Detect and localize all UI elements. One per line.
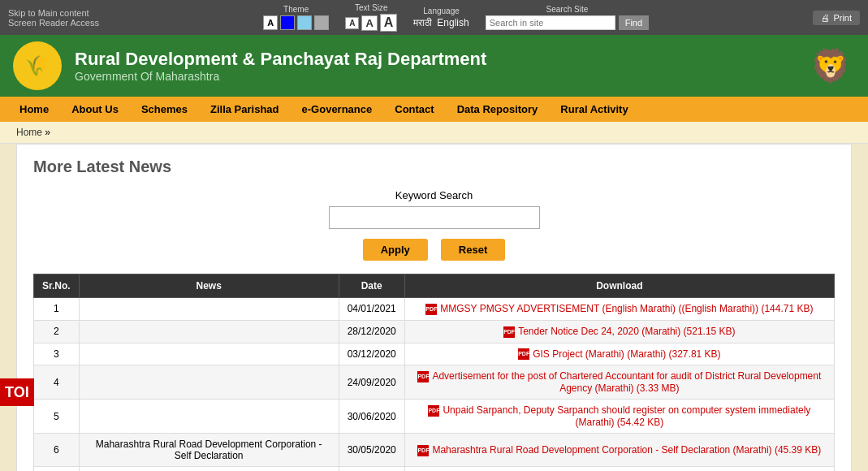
cell-news bbox=[79, 343, 339, 365]
accessibility-links: Skip to Main content Screen Reader Acces… bbox=[8, 8, 99, 28]
header-subtitle: Government Of Maharashtra bbox=[75, 70, 793, 83]
theme-lightblue-btn[interactable] bbox=[297, 15, 312, 30]
reset-button[interactable]: Reset bbox=[441, 239, 505, 261]
ashoka-emblem: 🦁 bbox=[810, 47, 851, 85]
theme-boxes: A bbox=[263, 15, 329, 30]
button-row: Apply Reset bbox=[363, 239, 506, 261]
cell-date: 28/12/2020 bbox=[339, 320, 404, 343]
download-link[interactable]: MMGSY PMGSY ADVERTISEMENT (English Marat… bbox=[440, 303, 813, 314]
cell-date: 03/12/2020 bbox=[339, 343, 404, 365]
col-download: Download bbox=[404, 274, 834, 298]
header-text: Rural Development & Panchayat Raj Depart… bbox=[75, 49, 793, 83]
cell-date: 04/01/2021 bbox=[339, 298, 404, 321]
download-link[interactable]: Advertisement for the post of Chartered … bbox=[432, 370, 821, 394]
header-logo: 🌾 bbox=[13, 41, 62, 90]
language-links: मराठी English bbox=[413, 17, 469, 28]
cell-srno: 5 bbox=[34, 400, 80, 434]
theme-a-btn[interactable]: A bbox=[263, 15, 278, 30]
col-date: Date bbox=[339, 274, 404, 298]
table-row: 530/06/2020PDFUnpaid Sarpanch, Deputy Sa… bbox=[34, 400, 835, 434]
language-section: Language मराठी English bbox=[413, 6, 469, 28]
print-icon: 🖨 bbox=[821, 13, 830, 23]
skip-main-link[interactable]: Skip to Main content bbox=[8, 8, 99, 18]
download-link[interactable]: GIS Project (Marathi) (Marathi) (327.81 … bbox=[533, 348, 720, 360]
toi-badge: TOI bbox=[0, 378, 34, 406]
cell-srno: 1 bbox=[34, 298, 80, 321]
cell-news bbox=[79, 298, 339, 321]
table-header: Sr.No. News Date Download bbox=[34, 274, 835, 298]
table-header-row: Sr.No. News Date Download bbox=[34, 274, 835, 298]
download-link[interactable]: Unpaid Sarpanch, Deputy Sarpanch should … bbox=[443, 404, 810, 428]
apply-button[interactable]: Apply bbox=[363, 239, 428, 261]
nav-item-rural[interactable]: Rural Activity bbox=[549, 97, 639, 122]
textsize-medium-btn[interactable]: A bbox=[361, 15, 377, 31]
table-row: 424/09/2020PDFAdvertisement for the post… bbox=[34, 365, 835, 400]
keyword-label: Keyword Search bbox=[395, 189, 473, 201]
nav-item-egovernance[interactable]: e-Governance bbox=[291, 97, 384, 122]
find-button[interactable]: Find bbox=[619, 15, 649, 30]
cell-news bbox=[79, 400, 339, 434]
cell-news bbox=[79, 320, 339, 343]
print-button[interactable]: 🖨 Print bbox=[813, 11, 860, 25]
cell-download: PDFMMGSY PMGSY ADVERTISEMENT (English Ma… bbox=[404, 298, 834, 321]
breadcrumb-home[interactable]: Home bbox=[16, 127, 42, 138]
news-table: Sr.No. News Date Download 104/01/2021PDF… bbox=[33, 274, 835, 471]
cell-news: Maharashtra Rural Road Development Organ… bbox=[79, 467, 339, 471]
pdf-icon: PDF bbox=[417, 445, 429, 456]
theme-section: Theme A bbox=[263, 5, 329, 30]
search-site-input[interactable] bbox=[486, 15, 615, 30]
textsize-section: Text Size A A A bbox=[345, 3, 397, 32]
table-row: 6Maharashtra Rural Road Development Corp… bbox=[34, 434, 835, 467]
top-bar: Skip to Main content Screen Reader Acces… bbox=[0, 0, 868, 35]
theme-blue-btn[interactable] bbox=[280, 15, 295, 30]
nav-item-home[interactable]: Home bbox=[8, 97, 60, 122]
cell-news bbox=[79, 365, 339, 400]
theme-gray-btn[interactable] bbox=[314, 15, 329, 30]
textsize-small-btn[interactable]: A bbox=[345, 17, 359, 29]
cell-date: 30/05/2020 bbox=[339, 467, 404, 471]
cell-srno: 4 bbox=[34, 365, 80, 400]
nav-bar: Home About Us Schemes Zilla Parishad e-G… bbox=[0, 97, 868, 122]
theme-label: Theme bbox=[283, 5, 309, 14]
nav-item-about[interactable]: About Us bbox=[60, 97, 130, 122]
lang-marathi-link[interactable]: मराठी bbox=[413, 17, 432, 28]
cell-date: 30/05/2020 bbox=[339, 434, 404, 467]
screen-reader-link[interactable]: Screen Reader Access bbox=[8, 18, 99, 28]
search-site-section: Search Site Find bbox=[486, 5, 649, 30]
keyword-input[interactable] bbox=[329, 206, 540, 229]
cell-srno: 6 bbox=[34, 434, 80, 467]
lang-english-link[interactable]: English bbox=[437, 17, 469, 28]
download-link[interactable]: Maharashtra Rural Road Development Corpo… bbox=[432, 444, 821, 456]
nav-item-data[interactable]: Data Repository bbox=[446, 97, 550, 122]
cell-download: PDFGIS Project (Marathi) (Marathi) (327.… bbox=[404, 343, 834, 365]
col-srno: Sr.No. bbox=[34, 274, 80, 298]
cell-download: PDFAdvertisement for the post of Charter… bbox=[404, 365, 834, 400]
cell-date: 24/09/2020 bbox=[339, 365, 404, 400]
searchsite-label: Search Site bbox=[546, 5, 589, 14]
textsize-large-btn[interactable]: A bbox=[380, 14, 398, 32]
table-body: 104/01/2021PDFMMGSY PMGSY ADVERTISEMENT … bbox=[34, 298, 835, 472]
table-row: 303/12/2020PDFGIS Project (Marathi) (Mar… bbox=[34, 343, 835, 365]
cell-date: 30/06/2020 bbox=[339, 400, 404, 434]
pdf-icon: PDF bbox=[428, 405, 439, 417]
nav-item-zilla[interactable]: Zilla Parishad bbox=[199, 97, 291, 122]
download-link[interactable]: Tender Notice Dec 24, 2020 (Marathi) (52… bbox=[518, 326, 735, 337]
page-title: More Latest News bbox=[33, 158, 835, 176]
nav-item-schemes[interactable]: Schemes bbox=[130, 97, 199, 122]
search-site-row: Find bbox=[486, 15, 649, 30]
textsize-buttons: A A A bbox=[345, 14, 397, 32]
site-header: 🌾 Rural Development & Panchayat Raj Depa… bbox=[0, 35, 868, 97]
header-title: Rural Development & Panchayat Raj Depart… bbox=[75, 49, 793, 70]
pdf-icon: PDF bbox=[425, 304, 437, 315]
table-row: 7Maharashtra Rural Road Development Orga… bbox=[34, 467, 835, 471]
cell-news: Maharashtra Rural Road Development Corpo… bbox=[79, 434, 339, 467]
cell-download: PDFMaharashtra Rural Road Development Co… bbox=[404, 434, 834, 467]
col-news: News bbox=[79, 274, 339, 298]
textsize-label: Text Size bbox=[355, 3, 388, 12]
table-row: 104/01/2021PDFMMGSY PMGSY ADVERTISEMENT … bbox=[34, 298, 835, 321]
pdf-icon: PDF bbox=[518, 348, 529, 360]
pdf-icon: PDF bbox=[417, 371, 429, 382]
nav-item-contact[interactable]: Contact bbox=[383, 97, 445, 122]
cell-srno: 2 bbox=[34, 320, 80, 343]
cell-srno: 3 bbox=[34, 343, 80, 365]
